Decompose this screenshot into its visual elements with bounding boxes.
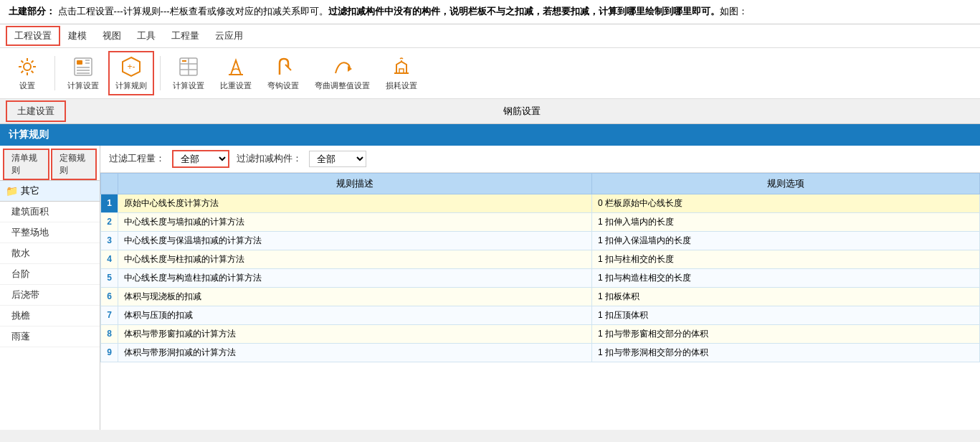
table-row-num: 4: [101, 250, 118, 268]
table-row-desc[interactable]: 中心线长度与墙扣减的计算方法: [118, 212, 592, 231]
table-row-num: 1: [101, 194, 118, 212]
instruction-text: 土建部分： 点击工程设置---计算规则---栏板查看或修改对应的扣减关系即可。过…: [9, 6, 748, 17]
menu-item-gongju[interactable]: 工具: [129, 27, 163, 45]
section-tabs-row: 土建设置 钢筋设置: [0, 99, 980, 124]
table-row: 6体积与现浇板的扣减1 扣板体积: [101, 287, 980, 306]
left-panel-item-hougiaodai[interactable]: 后浇带: [0, 285, 100, 306]
table-row-desc[interactable]: 体积与压顶的扣减: [118, 306, 592, 324]
left-panel-item-sanshui[interactable]: 散水: [0, 243, 100, 264]
table-row-desc[interactable]: 体积与带形窗扣减的计算方法: [118, 324, 592, 343]
jisuan-shezhi-1-label: 计算设置: [67, 80, 99, 91]
svg-point-0: [24, 63, 31, 70]
table-row-desc[interactable]: 中心线长度与柱扣减的计算方法: [118, 250, 592, 268]
tab-dinge-guize[interactable]: 定额规则: [51, 149, 97, 180]
menu-bar: 工程设置 建模 视图 工具 工程量 云应用: [0, 24, 980, 48]
toolbar-sep-1: [54, 56, 55, 90]
table-row-option[interactable]: 1 扣压顶体积: [592, 306, 980, 324]
table-row-num: 2: [101, 212, 118, 231]
table-row-option[interactable]: 1 扣与带形洞相交部分的体积: [592, 343, 980, 362]
table-row: 3中心线长度与保温墙扣减的计算方法1 扣伸入保温墙内的长度: [101, 231, 980, 250]
toolbar-settings-label: 设置: [6, 52, 49, 95]
col-option: 规则选项: [592, 173, 980, 194]
left-panel-item-pingzheng[interactable]: 平整场地: [0, 222, 100, 243]
tab-tujian-shezhi[interactable]: 土建设置: [6, 100, 66, 122]
svg-rect-2: [77, 60, 82, 65]
svg-rect-14: [182, 60, 186, 62]
table-row: 7体积与压顶的扣减1 扣压顶体积: [101, 306, 980, 324]
filter-select-koujian[interactable]: 全部: [309, 151, 366, 167]
jisuan-shezhi-2-label: 计算设置: [173, 80, 204, 91]
filter-select-gongchengliang[interactable]: 全部: [172, 150, 229, 168]
instruction-bar: 土建部分： 点击工程设置---计算规则---栏板查看或修改对应的扣减关系即可。过…: [0, 0, 980, 24]
toolbar-btn-bizhong[interactable]: 比重设置: [214, 52, 258, 95]
table-row-num: 6: [101, 287, 118, 306]
left-panel-header: 📁 其它: [0, 181, 100, 202]
table-row-num: 8: [101, 324, 118, 343]
table-row-option[interactable]: 1 扣伸入保温墙内的长度: [592, 231, 980, 250]
toolbar-btn-wanggou[interactable]: 弯钩设置: [261, 52, 305, 95]
table-row-option[interactable]: 1 扣伸入墙内的长度: [592, 212, 980, 231]
sunhao-label: 损耗设置: [386, 80, 417, 91]
wanqu-icon: [331, 55, 354, 78]
table-row-desc[interactable]: 原始中心线长度计算方法: [118, 194, 592, 212]
left-panel-item-jianzhu[interactable]: 建筑面积: [0, 202, 100, 222]
calc-rules-icon: +-: [120, 55, 143, 78]
table-row: 4中心线长度与柱扣减的计算方法1 扣与柱相交的长度: [101, 250, 980, 268]
svg-text:+-: +-: [127, 62, 135, 72]
col-desc: 规则描述: [118, 173, 592, 194]
menu-item-gongchengliang[interactable]: 工程量: [163, 27, 207, 45]
filter-label-2: 过滤扣减构件：: [237, 152, 302, 165]
table-row-option[interactable]: 1 扣板体积: [592, 287, 980, 306]
table-row-num: 7: [101, 306, 118, 324]
table-row-num: 5: [101, 268, 118, 287]
table-row-num: 3: [101, 231, 118, 250]
tab-qingdan-guize[interactable]: 清单规则: [3, 149, 49, 180]
toolbar-btn-sunhao[interactable]: 损耗设置: [379, 52, 424, 95]
menu-item-shitu[interactable]: 视图: [95, 27, 129, 45]
table-row-option[interactable]: 1 扣与带形窗相交部分的体积: [592, 324, 980, 343]
left-panel: 清单规则 定额规则 📁 其它 建筑面积 平整场地 散水 台阶 后浇带 挑檐 雨蓬: [0, 146, 100, 430]
tab-gangjin-shezhi[interactable]: 钢筋设置: [69, 103, 974, 120]
left-panel-header-label: 其它: [21, 184, 39, 197]
blue-header: 计算规则: [0, 124, 980, 146]
table-row: 5中心线长度与构造柱扣减的计算方法1 扣与构造柱相交的长度: [101, 268, 980, 287]
rules-data-table: 规则描述 规则选项 1原始中心线长度计算方法0 栏板原始中心线长度2中心线长度与…: [100, 173, 980, 362]
sunhao-icon: [390, 55, 413, 78]
right-panel: 过滤工程量： 全部 过滤扣减构件： 全部 规则描述 规则选项 1原: [100, 146, 980, 430]
rules-table: 规则描述 规则选项 1原始中心线长度计算方法0 栏板原始中心线长度2中心线长度与…: [100, 173, 980, 430]
table-row-desc[interactable]: 体积与带形洞扣减的计算方法: [118, 343, 592, 362]
wanggou-label: 弯钩设置: [267, 80, 299, 91]
toolbar-btn-wanqu[interactable]: 弯曲调整值设置: [308, 52, 376, 95]
table-row-option[interactable]: 1 扣与柱相交的长度: [592, 250, 980, 268]
table-row-desc[interactable]: 中心线长度与保温墙扣减的计算方法: [118, 231, 592, 250]
left-panel-item-yupeng[interactable]: 雨蓬: [0, 326, 100, 347]
bizhong-label: 比重设置: [220, 80, 252, 91]
filter-label-1: 过滤工程量：: [109, 152, 165, 165]
menu-item-jianmo[interactable]: 建模: [60, 27, 95, 45]
wanqu-label: 弯曲调整值设置: [315, 80, 370, 91]
wanggou-icon: [272, 55, 295, 78]
table-row-option[interactable]: 1 扣与构造柱相交的长度: [592, 268, 980, 287]
menu-item-gongcheng-shezhi[interactable]: 工程设置: [6, 26, 60, 46]
calc-settings-1-icon: [72, 55, 95, 78]
menu-item-yunyingyong[interactable]: 云应用: [207, 27, 251, 45]
table-row: 9体积与带形洞扣减的计算方法1 扣与带形洞相交部分的体积: [101, 343, 980, 362]
toolbar-sep-2: [160, 56, 161, 90]
table-row-num: 9: [101, 343, 118, 362]
toolbar-btn-jisuan-shezhi-2[interactable]: 计算设置: [166, 52, 211, 95]
folder-icon: 📁: [6, 185, 18, 197]
table-row-desc[interactable]: 中心线长度与构造柱扣减的计算方法: [118, 268, 592, 287]
settings-label: 设置: [19, 80, 35, 91]
toolbar-btn-jisuan-shezhi-1[interactable]: 计算设置: [61, 52, 105, 95]
calc-settings-2-icon: [177, 55, 200, 78]
table-row-desc[interactable]: 体积与现浇板的扣减: [118, 287, 592, 306]
left-panel-item-taijie[interactable]: 台阶: [0, 264, 100, 285]
content-area: 清单规则 定额规则 📁 其它 建筑面积 平整场地 散水 台阶 后浇带 挑檐 雨蓬…: [0, 146, 980, 430]
filter-row: 过滤工程量： 全部 过滤扣减构件： 全部: [100, 146, 980, 173]
gear-icon: [16, 55, 39, 78]
left-panel-item-tiaodai[interactable]: 挑檐: [0, 306, 100, 326]
table-row: 2中心线长度与墙扣减的计算方法1 扣伸入墙内的长度: [101, 212, 980, 231]
toolbar-btn-jisuan-guize[interactable]: +- 计算规则: [108, 51, 154, 95]
bizhong-icon: [224, 55, 247, 78]
table-row-option[interactable]: 0 栏板原始中心线长度: [592, 194, 980, 212]
